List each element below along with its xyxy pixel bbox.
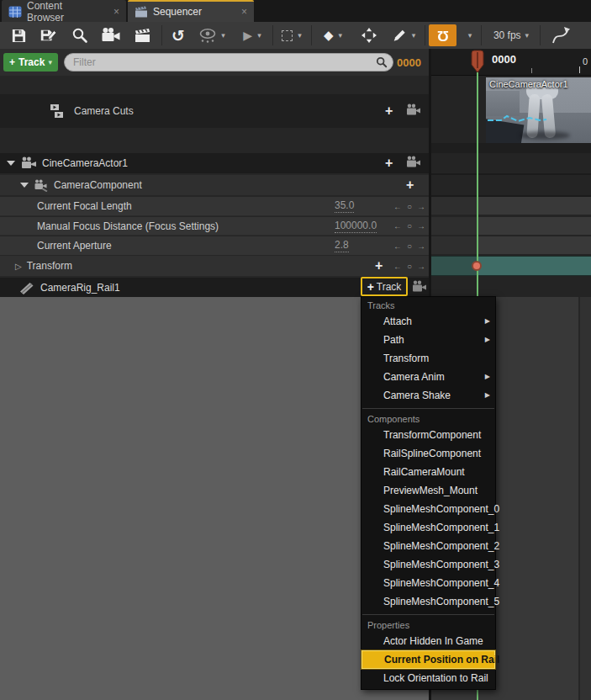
- toolbar-separator: [311, 25, 312, 45]
- toolbar-separator: [540, 25, 541, 45]
- menu-item-camera-anim[interactable]: Camera Anim ▶: [361, 368, 495, 386]
- add-key-icon[interactable]: ○: [407, 221, 412, 231]
- camera-cuts-icon: [50, 104, 67, 119]
- filter-input[interactable]: [64, 53, 393, 72]
- track-row-transform[interactable]: ▷ Transform + ← ○ →: [0, 256, 429, 276]
- save-icon: [11, 28, 27, 44]
- find-button[interactable]: [69, 22, 91, 49]
- camera-button[interactable]: [412, 280, 427, 295]
- menu-item-splinemeshcomponent-1[interactable]: SplineMeshComponent_1: [361, 518, 495, 537]
- transform-section-bar[interactable]: [431, 256, 591, 276]
- camera-button[interactable]: [406, 103, 421, 119]
- menu-item-camera-shake[interactable]: Camera Shake ▶: [361, 386, 495, 405]
- prev-key-icon[interactable]: ←: [393, 262, 402, 271]
- tab-content-browser[interactable]: Content Browser ×: [2, 0, 126, 22]
- lane-focus-distance[interactable]: [431, 217, 591, 235]
- property-value[interactable]: 35.0: [335, 199, 354, 213]
- save-button[interactable]: [8, 22, 29, 49]
- collapsed-arrow-icon[interactable]: ▷: [15, 262, 22, 271]
- render-movie-button[interactable]: [131, 22, 155, 49]
- camera-button[interactable]: [406, 156, 421, 171]
- menu-item-railsplinecomponent[interactable]: RailSplineComponent: [361, 444, 495, 463]
- ruler-tick-label: 0: [583, 56, 588, 66]
- property-value[interactable]: 2.8: [335, 239, 349, 252]
- curve-editor-button[interactable]: [548, 22, 573, 49]
- chevron-down-icon: ▾: [257, 31, 261, 40]
- menu-item-splinemeshcomponent-3[interactable]: SplineMeshComponent_3: [361, 555, 495, 574]
- submenu-arrow-icon: ▶: [485, 312, 490, 331]
- menu-item-railcameramount[interactable]: RailCameraMount: [361, 463, 495, 481]
- expanded-arrow-icon[interactable]: [7, 161, 15, 166]
- add-track-button-highlighted[interactable]: + Track: [361, 277, 408, 296]
- track-row-cameracomponent[interactable]: CameraComponent +: [0, 175, 429, 195]
- vertical-scrollbar[interactable]: [580, 297, 591, 700]
- close-icon[interactable]: ×: [233, 6, 247, 18]
- close-icon[interactable]: ×: [105, 6, 119, 18]
- track-row-cinecameraactor[interactable]: CineCameraActor1 +: [0, 153, 429, 173]
- select-edit-options-button[interactable]: ▾: [277, 22, 306, 49]
- menu-item-splinemeshcomponent-2[interactable]: SplineMeshComponent_2: [361, 537, 495, 555]
- edit-options-button[interactable]: ▾: [388, 22, 419, 49]
- tab-sequencer[interactable]: Sequencer ×: [128, 0, 254, 22]
- add-key-button[interactable]: +: [375, 258, 383, 273]
- snap-options-button[interactable]: ▾: [462, 22, 478, 49]
- menu-item-actor-hidden-in-game[interactable]: Actor Hidden In Game: [361, 632, 495, 650]
- menu-section-title: Properties: [361, 618, 495, 632]
- menu-item-previewmesh-mount[interactable]: PreviewMesh_Mount: [361, 481, 495, 500]
- keyframe-marker[interactable]: [472, 261, 482, 271]
- snap-toggle-button[interactable]: Ω: [429, 24, 456, 46]
- playhead-marker[interactable]: [470, 50, 485, 73]
- next-key-icon[interactable]: →: [417, 221, 425, 231]
- property-row-focus-distance[interactable]: Manual Focus Distance (Focus Settings) 1…: [0, 217, 429, 236]
- add-key-icon[interactable]: ○: [407, 262, 412, 271]
- save-as-button[interactable]: [37, 22, 59, 49]
- current-time-field[interactable]: 0000: [397, 56, 421, 69]
- property-row-focal-length[interactable]: Current Focal Length 35.0 ← ○ →: [0, 197, 429, 216]
- add-track-button[interactable]: + Track ▾: [3, 53, 58, 72]
- property-value[interactable]: 100000.0: [335, 220, 377, 233]
- menu-item-transformcomponent[interactable]: TransformComponent: [361, 426, 495, 444]
- next-key-icon[interactable]: →: [417, 262, 425, 271]
- camera-cuts-thumbnail[interactable]: CineCameraActor1: [486, 77, 591, 143]
- menu-item-transform[interactable]: Transform: [361, 349, 495, 368]
- prev-key-icon[interactable]: ←: [393, 221, 402, 231]
- mannequin-shadow: [520, 131, 570, 140]
- next-key-icon[interactable]: →: [417, 202, 425, 211]
- track-row-camerarig-rail[interactable]: CameraRig_Rail1 + Track: [0, 278, 429, 297]
- expanded-arrow-icon[interactable]: [20, 183, 29, 188]
- lane-focal-length[interactable]: [431, 197, 591, 215]
- add-section-button[interactable]: +: [385, 103, 393, 119]
- time-ruler[interactable]: 0000 0: [431, 49, 591, 76]
- auto-key-button[interactable]: [358, 22, 380, 49]
- menu-item-splinemeshcomponent-0[interactable]: SplineMeshComponent_0: [361, 500, 495, 518]
- add-key-icon[interactable]: ○: [407, 241, 412, 251]
- toolbar-separator: [425, 25, 425, 45]
- menu-item-attach[interactable]: Attach ▶: [361, 312, 495, 331]
- lane-aperture[interactable]: [431, 236, 591, 254]
- submenu-arrow-icon: ▶: [485, 368, 490, 386]
- add-track-button[interactable]: +: [406, 178, 414, 193]
- menu-item-lock-orientation-to-rail[interactable]: Lock Orientation to Rail: [361, 669, 495, 687]
- camera-icon: [412, 280, 427, 293]
- keyframe-options-button[interactable]: ◆ ▾: [318, 22, 348, 49]
- create-camera-button[interactable]: [99, 22, 123, 49]
- menu-item-current-position-on-rail[interactable]: Current Position on Rail: [361, 650, 495, 669]
- menu-item-splinemeshcomponent-4[interactable]: SplineMeshComponent_4: [361, 574, 495, 592]
- view-options-button[interactable]: ▾: [195, 22, 229, 49]
- playback-options-button[interactable]: ▶ ▾: [237, 22, 267, 49]
- prev-key-icon[interactable]: ←: [393, 241, 402, 251]
- menu-item-path[interactable]: Path ▶: [361, 331, 495, 349]
- property-row-aperture[interactable]: Current Aperture 2.8 ← ○ →: [0, 236, 429, 255]
- camera-icon: [406, 156, 421, 168]
- property-label: Current Focal Length: [37, 200, 132, 212]
- fps-dropdown[interactable]: 30 fps ▾: [488, 22, 535, 49]
- keyframe-diamond-icon: ◆: [324, 28, 334, 43]
- prev-key-icon[interactable]: ←: [393, 202, 402, 211]
- restore-state-button[interactable]: ↺: [168, 22, 188, 49]
- next-key-icon[interactable]: →: [417, 241, 425, 251]
- add-key-icon[interactable]: ○: [407, 202, 412, 211]
- track-row-camera-cuts[interactable]: Camera Cuts +: [0, 94, 429, 128]
- add-track-button[interactable]: +: [385, 156, 393, 171]
- menu-item-splinemeshcomponent-5[interactable]: SplineMeshComponent_5: [361, 592, 495, 611]
- sequencer-window: Content Browser × Sequencer ×: [0, 0, 591, 700]
